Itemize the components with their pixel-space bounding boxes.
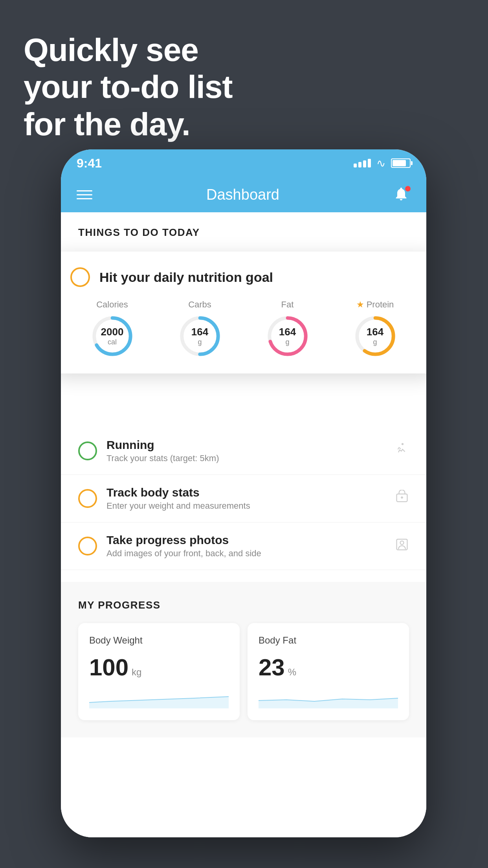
nav-bar: Dashboard <box>61 177 426 212</box>
body-fat-value-row: 23 % <box>259 654 398 681</box>
fat-stat: Fat 164 g <box>266 300 309 358</box>
calories-label: Calories <box>96 300 128 310</box>
todo-item-body-stats[interactable]: Track body stats Enter your weight and m… <box>61 475 426 522</box>
protein-label: ★ Protein <box>356 300 394 310</box>
protein-gauge: 164 g <box>354 314 397 358</box>
nutrition-card: Hit your daily nutrition goal Calories 2… <box>61 252 426 373</box>
notification-dot <box>405 186 411 191</box>
fat-gauge: 164 g <box>266 314 309 358</box>
progress-photos-checkbox[interactable] <box>78 537 97 555</box>
body-weight-label: Body Weight <box>89 635 229 646</box>
body-weight-value-row: 100 kg <box>89 654 229 681</box>
person-icon <box>395 537 409 555</box>
body-weight-card[interactable]: Body Weight 100 kg <box>78 623 240 720</box>
running-name: Running <box>106 438 385 452</box>
body-weight-chart <box>89 689 229 708</box>
things-header: THINGS TO DO TODAY <box>61 212 426 246</box>
scale-icon <box>395 490 409 507</box>
nav-title: Dashboard <box>206 186 279 203</box>
protein-value: 164 <box>367 326 383 338</box>
calories-value: 2000 <box>101 326 124 338</box>
phone-frame: 9:41 ∿ Dashboard THI <box>61 149 426 837</box>
wifi-icon: ∿ <box>376 157 385 170</box>
body-stats-name: Track body stats <box>106 486 385 499</box>
progress-photos-name: Take progress photos <box>106 533 385 547</box>
status-time: 9:41 <box>77 156 102 171</box>
fat-value: 164 <box>279 326 296 338</box>
protein-stat: ★ Protein 164 g <box>354 300 397 358</box>
body-stats-checkbox[interactable] <box>78 489 97 508</box>
body-fat-value: 23 <box>259 654 285 681</box>
carbs-stat: Carbs 164 g <box>178 300 222 358</box>
carbs-value: 164 <box>191 326 208 338</box>
todo-item-progress-photos[interactable]: Take progress photos Add images of your … <box>61 522 426 570</box>
nutrition-stats: Calories 2000 cal Carbs <box>70 300 417 358</box>
progress-title: MY PROGRESS <box>78 599 409 611</box>
body-fat-unit: % <box>288 667 296 678</box>
body-weight-unit: kg <box>132 667 141 678</box>
task-checkbox[interactable] <box>70 267 90 287</box>
carbs-label: Carbs <box>188 300 211 310</box>
body-fat-label: Body Fat <box>259 635 398 646</box>
status-bar: 9:41 ∿ <box>61 149 426 177</box>
todo-item-running[interactable]: Running Track your stats (target: 5km) <box>61 427 426 475</box>
svg-point-10 <box>400 541 404 544</box>
hamburger-menu[interactable] <box>77 190 92 199</box>
bell-icon[interactable] <box>393 186 411 203</box>
carbs-gauge: 164 g <box>178 314 222 358</box>
hero-text: Quickly see your to-do list for the day. <box>24 31 233 143</box>
body-weight-value: 100 <box>89 654 128 681</box>
calories-gauge: 2000 cal <box>91 314 134 358</box>
fat-label: Fat <box>281 300 294 310</box>
signal-icon <box>354 159 371 167</box>
running-desc: Track your stats (target: 5km) <box>106 453 385 463</box>
progress-photos-text: Take progress photos Add images of your … <box>106 533 385 559</box>
body-fat-card[interactable]: Body Fat 23 % <box>248 623 409 720</box>
body-stats-desc: Enter your weight and measurements <box>106 501 385 511</box>
running-text: Running Track your stats (target: 5km) <box>106 438 385 463</box>
running-icon <box>395 442 409 460</box>
calories-stat: Calories 2000 cal <box>91 300 134 358</box>
card-title-row: Hit your daily nutrition goal <box>70 267 417 287</box>
status-icons: ∿ <box>354 157 411 170</box>
card-title: Hit your daily nutrition goal <box>99 270 273 285</box>
progress-photos-desc: Add images of your front, back, and side <box>106 548 385 559</box>
star-icon: ★ <box>356 300 364 310</box>
app-content: THINGS TO DO TODAY Hit your daily nutrit… <box>61 212 426 837</box>
running-checkbox[interactable] <box>78 441 97 460</box>
todo-list: Running Track your stats (target: 5km) T… <box>61 427 426 570</box>
battery-icon <box>391 158 411 168</box>
progress-cards: Body Weight 100 kg Body Fat <box>78 623 409 720</box>
progress-section: MY PROGRESS Body Weight 100 kg <box>61 582 426 737</box>
body-stats-text: Track body stats Enter your weight and m… <box>106 486 385 511</box>
body-fat-chart <box>259 689 398 708</box>
